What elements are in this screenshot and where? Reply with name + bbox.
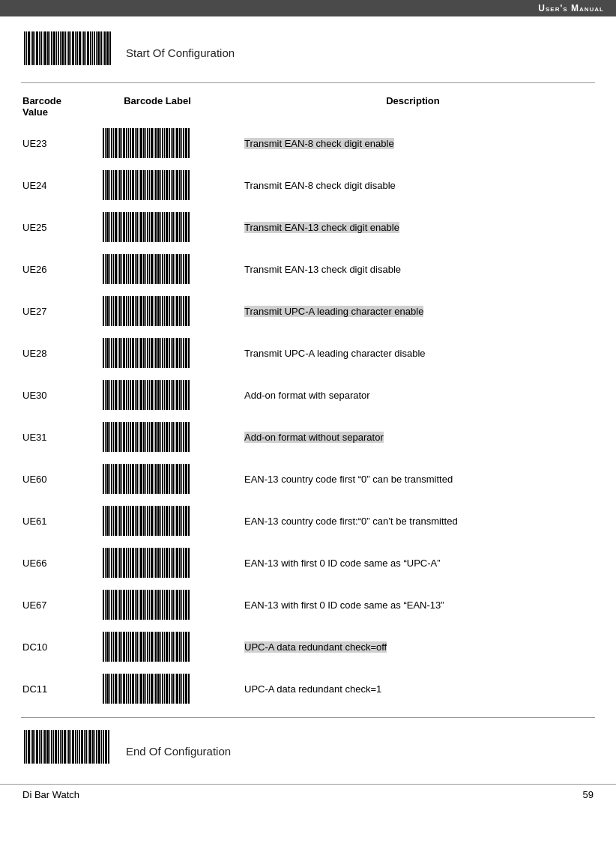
cell-barcode-image — [82, 462, 232, 495]
svg-rect-134 — [126, 212, 127, 242]
svg-rect-619 — [32, 730, 34, 764]
svg-rect-71 — [166, 128, 168, 158]
svg-rect-173 — [121, 254, 122, 284]
end-config-section: End Of Configuration — [0, 718, 616, 781]
cell-barcode-value: UE30 — [22, 390, 82, 401]
svg-rect-32 — [92, 31, 93, 65]
svg-rect-26 — [79, 31, 81, 65]
table-row: DC11 UPC-A data redundant check=1 — [22, 668, 594, 710]
svg-rect-101 — [143, 170, 145, 200]
svg-rect-125 — [106, 212, 109, 242]
svg-rect-394 — [155, 464, 157, 494]
svg-rect-545 — [128, 632, 129, 662]
svg-rect-559 — [157, 632, 160, 662]
svg-rect-321 — [175, 380, 175, 410]
svg-rect-77 — [179, 128, 181, 158]
svg-rect-484 — [172, 548, 174, 578]
svg-rect-307 — [145, 380, 146, 410]
svg-rect-241 — [179, 296, 181, 326]
svg-rect-569 — [179, 632, 181, 662]
svg-rect-427 — [139, 506, 139, 536]
svg-rect-41 — [103, 128, 104, 158]
svg-rect-401 — [171, 464, 172, 494]
svg-rect-65 — [154, 128, 154, 158]
svg-rect-182 — [140, 254, 142, 284]
svg-rect-588 — [132, 674, 134, 704]
svg-rect-348 — [145, 422, 146, 452]
cell-description: EAN-13 country code first “0” can be tra… — [232, 474, 594, 485]
svg-rect-635 — [67, 730, 67, 764]
svg-rect-461 — [123, 548, 125, 578]
svg-rect-179 — [135, 254, 136, 284]
svg-rect-637 — [70, 730, 71, 764]
svg-rect-452 — [105, 548, 106, 578]
svg-rect-296 — [121, 380, 122, 410]
svg-rect-280 — [175, 338, 175, 368]
cell-barcode-value: UE61 — [22, 516, 82, 527]
svg-rect-375 — [115, 464, 117, 494]
svg-rect-299 — [128, 380, 129, 410]
svg-rect-511 — [143, 590, 145, 620]
svg-rect-4 — [32, 31, 34, 65]
svg-rect-16 — [58, 31, 59, 65]
svg-rect-121 — [185, 170, 187, 200]
cell-description: Add-on format with separator — [232, 390, 594, 401]
header-title: User's Manual — [538, 3, 604, 13]
svg-rect-141 — [140, 212, 142, 242]
svg-rect-593 — [143, 674, 145, 704]
svg-rect-382 — [130, 464, 131, 494]
svg-rect-574 — [103, 674, 104, 704]
svg-rect-610 — [179, 674, 181, 704]
svg-rect-284 — [183, 338, 184, 368]
svg-rect-338 — [123, 422, 125, 452]
svg-rect-328 — [103, 422, 104, 452]
svg-rect-346 — [140, 422, 142, 452]
svg-rect-514 — [149, 590, 150, 620]
svg-rect-91 — [121, 170, 122, 200]
svg-rect-276 — [166, 338, 168, 368]
svg-rect-562 — [164, 632, 165, 662]
svg-rect-648 — [94, 730, 95, 764]
page-header: User's Manual — [0, 0, 616, 16]
svg-rect-181 — [139, 254, 139, 284]
svg-rect-628 — [51, 730, 52, 764]
svg-rect-486 — [176, 548, 178, 578]
svg-rect-636 — [68, 730, 70, 764]
svg-rect-502 — [123, 590, 125, 620]
svg-rect-82 — [103, 170, 104, 200]
svg-rect-386 — [139, 464, 139, 494]
svg-rect-455 — [111, 548, 112, 578]
svg-rect-292 — [113, 380, 114, 410]
svg-rect-109 — [160, 170, 161, 200]
svg-rect-187 — [151, 254, 153, 284]
cell-description: UPC-A data redundant check=off — [232, 641, 594, 653]
svg-rect-230 — [155, 296, 157, 326]
svg-rect-492 — [103, 590, 104, 620]
svg-rect-236 — [169, 296, 170, 326]
cell-barcode-value: UE66 — [22, 558, 82, 569]
end-config-barcode — [22, 728, 112, 773]
svg-rect-469 — [140, 548, 142, 578]
svg-rect-653 — [105, 730, 107, 764]
svg-rect-162 — [185, 212, 187, 242]
svg-rect-540 — [118, 632, 118, 662]
svg-rect-533 — [103, 632, 104, 662]
svg-rect-19 — [64, 31, 66, 65]
svg-rect-191 — [160, 254, 161, 284]
svg-rect-460 — [121, 548, 122, 578]
svg-rect-509 — [139, 590, 139, 620]
svg-rect-629 — [53, 730, 54, 764]
svg-rect-237 — [171, 296, 172, 326]
svg-rect-229 — [154, 296, 154, 326]
footer-page: 59 — [583, 789, 594, 800]
svg-rect-305 — [140, 380, 142, 410]
svg-rect-464 — [130, 548, 131, 578]
cell-barcode-image — [82, 169, 232, 202]
svg-rect-122 — [188, 170, 190, 200]
svg-rect-104 — [149, 170, 150, 200]
svg-rect-402 — [172, 464, 174, 494]
cell-barcode-value: UE67 — [22, 599, 82, 611]
svg-rect-356 — [162, 422, 163, 452]
svg-rect-538 — [113, 632, 114, 662]
svg-rect-168 — [111, 254, 112, 284]
